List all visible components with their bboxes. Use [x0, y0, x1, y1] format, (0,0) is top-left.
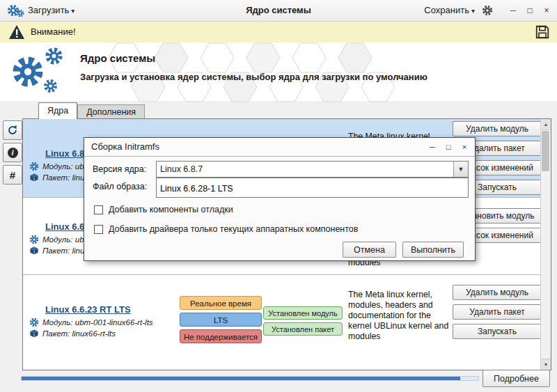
module-icon	[29, 317, 39, 327]
scroll-down-button[interactable]: ▼	[541, 359, 551, 370]
execute-button[interactable]: Выполнить	[402, 242, 464, 258]
lts-badge: LTS	[180, 313, 262, 327]
dialog-title: Сборка Initramfs	[91, 138, 159, 156]
scroll-up-button[interactable]: ▲	[541, 119, 551, 130]
image-file-label: Файл образа:	[93, 182, 147, 191]
tabs-bar: ЯдраДополнения	[22, 102, 145, 118]
kernel-description: The Meta linux kernel, modules, headers …	[348, 290, 455, 342]
info-icon: i	[8, 148, 18, 158]
hash-button[interactable]: #	[3, 165, 22, 185]
kernel-version-combobox[interactable]: Linux 6.8.7 ▼	[156, 161, 469, 178]
save-menu-label: Сохранить	[424, 5, 469, 15]
warning-text: Внимание!	[31, 22, 76, 42]
kernel-name-link[interactable]: Linux 6.6.23 RT LTS	[45, 304, 131, 315]
current-hardware-drivers-label: Добавить драйвера только текущих аппарат…	[109, 224, 358, 234]
checkbox-box[interactable]	[94, 205, 103, 214]
package-installed-badge: Установлен пакет	[263, 322, 343, 336]
app-window: Загрузить▾ Ядро системы Сохранить▾ ─ □ ×…	[0, 0, 557, 392]
tool-sidebar: i #	[3, 120, 21, 185]
kernel-id-column: Linux 6.6.23 RT LTS Модуль: ubm-001-linu…	[29, 303, 182, 339]
delete-package-button[interactable]: Удалить пакет	[453, 304, 541, 320]
warning-banner: Внимание!	[0, 22, 557, 43]
close-button[interactable]: ×	[542, 6, 551, 15]
package-icon	[29, 246, 39, 256]
dialog-maximize-button[interactable]: □	[444, 143, 453, 151]
badge-column: Реальное время LTS Не поддерживается	[180, 296, 265, 343]
details-button[interactable]: Подробнее	[483, 370, 550, 387]
tab-kernels[interactable]: Ядра	[38, 102, 77, 119]
page-subtitle: Загрузка и установка ядер системы, выбор…	[80, 72, 427, 82]
settings-gear-icon[interactable]	[482, 5, 493, 16]
status-column: Установлен модуль Установлен пакет	[263, 306, 345, 336]
hash-icon: #	[10, 169, 15, 181]
dialog-window-controls: ─ □ ×	[427, 138, 469, 156]
checkbox-box[interactable]	[94, 225, 103, 234]
save-menu-button[interactable]: Сохранить▾	[424, 0, 475, 21]
scrollbar-thumb[interactable]	[542, 131, 549, 171]
realtime-badge: Реальное время	[180, 296, 262, 310]
dialog-actions: Отмена Выполнить	[343, 242, 464, 258]
module-installed-badge: Установлен модуль	[263, 306, 343, 320]
titlebar: Загрузить▾ Ядро системы Сохранить▾ ─ □ ×	[0, 0, 557, 22]
dialog-close-button[interactable]: ×	[460, 143, 469, 151]
progress-fill	[22, 377, 460, 380]
kernel-actions: Удалить модуль Удалить пакет Запускать	[453, 285, 541, 339]
debug-components-label: Добавить компоненты отладки	[109, 205, 233, 214]
kernel-row-linux-6-6-23-rt[interactable]: Linux 6.6.23 RT LTS Модуль: ubm-001-linu…	[23, 274, 541, 370]
delete-module-button[interactable]: Удалить модуль	[453, 285, 541, 300]
save-disk-icon[interactable]	[535, 24, 550, 40]
window-controls: ─ □ ×	[508, 0, 551, 21]
refresh-icon	[7, 125, 18, 136]
cancel-button[interactable]: Отмена	[343, 242, 396, 258]
kernel-version-label: Версия ядра:	[93, 164, 146, 174]
refresh-button[interactable]	[3, 120, 22, 140]
maximize-button[interactable]: □	[525, 6, 535, 15]
package-icon	[29, 329, 39, 338]
info-button[interactable]: i	[3, 143, 22, 162]
warning-icon	[8, 24, 25, 40]
image-file-input[interactable]	[156, 178, 469, 198]
kernel-version-value: Linux 6.8.7	[160, 164, 203, 174]
combobox-arrow-icon[interactable]: ▼	[453, 162, 468, 177]
module-id: Модуль: ubm-001-linux66-rt-lts	[42, 318, 153, 327]
package-id: Пакет: linux66-rt-lts	[42, 329, 116, 338]
minimize-button[interactable]: ─	[508, 6, 518, 15]
module-icon	[29, 235, 39, 244]
tab-addons[interactable]: Дополнения	[77, 104, 145, 119]
caret-down-icon: ▾	[471, 7, 475, 15]
delete-module-button[interactable]: Удалить модуль	[453, 121, 541, 136]
current-hardware-drivers-checkbox[interactable]: Добавить драйвера только текущих аппарат…	[94, 224, 358, 234]
module-icon	[29, 162, 39, 171]
debug-components-checkbox[interactable]: Добавить компоненты отладки	[94, 205, 233, 214]
initramfs-dialog: Сборка Initramfs ─ □ × Версия ядра: Linu…	[84, 137, 476, 261]
launch-button[interactable]: Запускать	[453, 324, 541, 339]
page-header: Ядро системы Загрузка и установка ядер с…	[0, 42, 557, 101]
dialog-titlebar: Сборка Initramfs ─ □ ×	[84, 138, 475, 157]
app-logo-gears	[11, 45, 71, 98]
vertical-scrollbar[interactable]: ▲ ▼	[540, 119, 551, 370]
progress-bar	[21, 376, 479, 381]
dialog-minimize-button[interactable]: ─	[427, 143, 437, 151]
page-title: Ядро системы	[80, 52, 155, 64]
unsupported-badge: Не поддерживается	[180, 329, 262, 343]
package-icon	[29, 173, 39, 182]
